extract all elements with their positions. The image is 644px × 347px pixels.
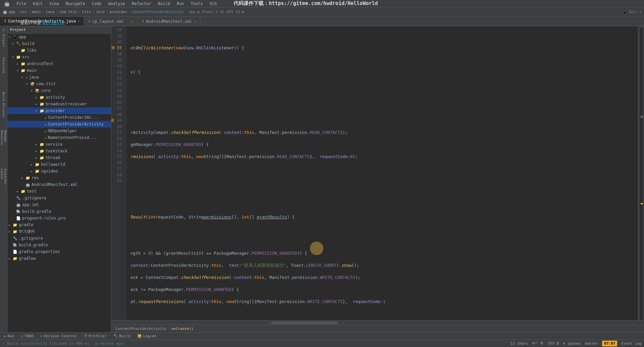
tree-build-gradle[interactable]: 🐘build.gradle [7,208,111,215]
tree-com-ttit[interactable]: ▼📦com.ttit [7,81,111,87]
tree-xgvideo[interactable]: ▶📁xgvideo [7,168,111,175]
tree-gitignore-root[interactable]: 🔧.gitignore [7,235,111,242]
code-line-54: eck = ContextCompat.checkSelfPermission(… [130,275,634,281]
version-control-btn[interactable]: ↕ Version Control [39,334,78,339]
build-btn[interactable]: 🔨 Build [112,334,132,339]
nav-core[interactable]: core [96,10,105,14]
tree-res[interactable]: ▶📁res [7,175,111,181]
nav-provider[interactable]: provider [110,10,127,14]
utf8-indicator[interactable]: UTF-8 [548,341,559,346]
menu-run[interactable]: Run [175,1,185,7]
nav-com-ttit[interactable]: com.ttit [59,10,77,14]
bottom-toolbar: ▶ Run ☑ TODO ↕ Version Control ⏱ Profile… [0,332,644,340]
logcat-icon: 🐱 [137,334,142,338]
tree-test[interactable]: ▶📁test [7,188,111,195]
tree-app[interactable]: ▼📱app [7,34,111,40]
run-label: Run [8,334,14,338]
encoding-label[interactable]: 中° 半 [532,341,544,346]
menu-tools[interactable]: Tools [190,1,204,7]
nav-src[interactable]: src [20,10,27,14]
tree-gitignore-app[interactable]: 🔧.gitignore [7,195,111,201]
nav-main[interactable]: main [32,10,41,14]
tree-helloworld[interactable]: ▶📁helloworld [7,161,111,168]
tree-androidmanifest[interactable]: 🤖AndroidManifest.xml [7,181,111,188]
nav-bar: 🤖 app / src / main / java / com.ttit / t… [0,7,644,17]
tree-gradle-properties[interactable]: 📄gradle.properties [7,248,111,255]
menu-edit[interactable]: Edit [32,1,44,7]
menu-navigate[interactable]: Navigate [64,1,87,7]
tree-contentprovideractivity[interactable]: ☕ContentProviderActivity [7,121,111,128]
menu-analyze[interactable]: Analyze [107,1,126,7]
app-icon: 🤖 [3,0,11,7]
nav-java[interactable]: java [46,10,55,14]
nav-ttit[interactable]: ttit [82,10,91,14]
tab-label-2: cp_layout.xml [92,19,124,24]
code-line-42: ⚡ActivityCompat.checkSelfPermission( con… [130,130,634,136]
code-editor[interactable]: etOnClickListener(new View.OnClickListen… [126,26,638,320]
tree-androidtest[interactable]: ▶📁androidTest [7,60,111,67]
device-icon: 📱 [623,10,627,14]
code-line-49: Result(int requestCode, String permissio… [130,214,634,220]
code-line-48 [130,202,634,208]
breadcrumb-file[interactable]: ContentProviderActivity [115,327,166,331]
tab-java-icon: J [4,19,6,23]
tree-libs[interactable]: 📁libs [7,47,111,54]
git-branch[interactable]: master [585,341,598,346]
layout-inspector-btn[interactable]: Layout Inspector [1,167,7,194]
tree-build[interactable]: ▼🔨build [7,40,111,47]
code-line-57 [130,311,634,317]
nav-app[interactable]: app [9,10,15,14]
favorites-icon-btn[interactable]: Favorites [1,56,7,76]
file-tree[interactable]: ▼📱app ▼🔨build 📁libs ▼📁src ▶📁androidTest … [7,34,111,332]
tree-contentprovider2ac[interactable]: ☕ContentProvider2Ac... [7,114,111,121]
tree-app-iml[interactable]: 🤖app.iml [7,201,111,208]
code-line-55: eck != PackageManager.PERMISSION_GRANTED… [130,287,634,293]
tree-namecontentprovider[interactable]: ☕NameContentProvid... [7,134,111,141]
tree-core[interactable]: ▼📦core [7,87,111,94]
tab-close-1[interactable]: ✕ [78,19,80,23]
tree-gradle[interactable]: ▶📁gradle [7,221,111,228]
todo-btn[interactable]: ☑ TODO [20,334,35,339]
tree-proguard[interactable]: 📄proguard-rules.pro [7,215,111,221]
menu-file[interactable]: File [15,1,28,7]
tree-activity[interactable]: ▶📁activity [7,94,111,101]
tab-close-2[interactable]: ✕ [131,19,133,23]
tree-src[interactable]: ▼📁src [7,54,111,60]
tree-thread[interactable]: ▶📁thread [7,154,111,161]
project-panel: Project ▼📱app ▼🔨build 📁libs ▼📁src ▶📁andr… [7,26,111,332]
nav-active-file[interactable]: ContentProviderActivity [132,10,183,14]
tab-android-manifest[interactable]: X AndroidManifest.xml ✕ [138,17,200,26]
event-log-btn[interactable]: Event Log [621,341,641,346]
profiler-btn[interactable]: ⏱ Profiler [83,334,108,339]
tab-content-provider-activity[interactable]: J ContentProviderActivity.java ✕ [0,17,84,26]
menu-code[interactable]: Code [91,1,103,7]
tree-service[interactable]: ▶📁service [7,141,111,148]
tree-broadcastreceiver[interactable]: ▶📁broadcastreceiver [7,101,111,107]
code-line-51 [130,238,634,244]
logcat-btn[interactable]: 🐱 Logcat [136,334,158,339]
tree-build-gradle-root[interactable]: 🐘build.gradle [7,242,111,248]
tree-coursework[interactable]: ▶📁学习课件 [7,228,111,235]
menu-vcs[interactable]: VCS [208,1,218,7]
time-display: 07:07 [602,341,617,346]
resource-manager-btn[interactable]: Resource Manager [1,129,7,156]
tree-taskstack[interactable]: ▶📁taskstack [7,148,111,154]
project-icon-btn[interactable]: 1: Project [1,28,7,48]
horizontal-scrollbar[interactable] [111,320,644,325]
breadcrumb-method[interactable]: onCreate() [171,327,194,331]
tree-gradlew[interactable]: ▶📁gradlew [7,255,111,262]
build-variants-btn[interactable]: Build Variants [1,91,7,117]
tab-close-3[interactable]: ✕ [194,19,196,23]
indent-indicator[interactable]: 4 spaces [563,341,581,346]
tree-main[interactable]: ▼📁main [7,67,111,74]
tab-cp-layout[interactable]: X cp_layout.xml ✕ [84,17,138,26]
run-btn[interactable]: ▶ Run [3,334,16,339]
tree-provider[interactable]: ▼📁provider [7,107,111,114]
tree-java[interactable]: ▼☕java [7,74,111,81]
menu-view[interactable]: View [48,1,60,7]
menu-refactor[interactable]: Refactor [130,1,153,7]
version-control-label: Version Control [44,334,77,338]
code-line-38 [130,81,634,87]
tree-dbopenhelper[interactable]: ☕DBOpenHelper [7,128,111,134]
menu-build[interactable]: Build [157,1,171,7]
